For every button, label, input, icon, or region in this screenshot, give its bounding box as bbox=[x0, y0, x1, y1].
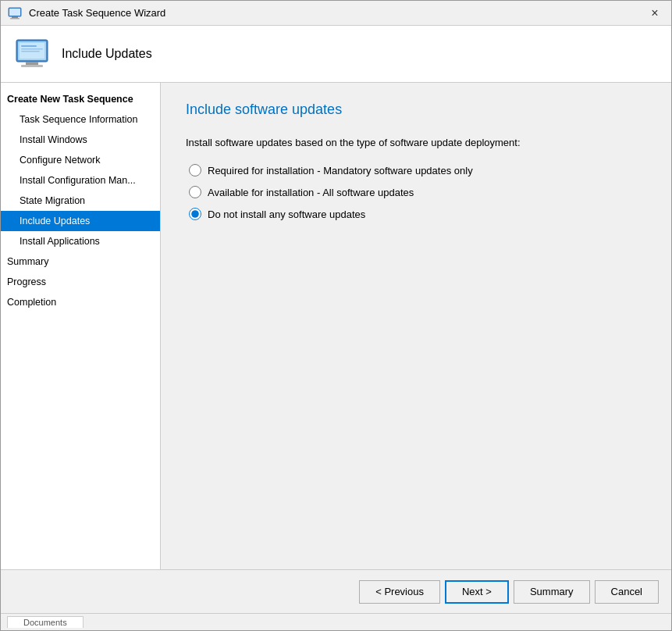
update-options-group: Required for installation - Mandatory so… bbox=[189, 164, 646, 220]
content-area: Create New Task SequenceTask Sequence In… bbox=[1, 83, 671, 569]
previous-button[interactable]: < Previous bbox=[359, 580, 440, 604]
radio-label-none: Do not install any software updates bbox=[208, 209, 365, 220]
radio-option-available[interactable]: Available for installation - All softwar… bbox=[189, 186, 646, 198]
titlebar-icon bbox=[7, 5, 23, 21]
sidebar-item-summary[interactable]: Summary bbox=[1, 251, 160, 272]
close-button[interactable]: × bbox=[645, 3, 665, 23]
header-computer-icon bbox=[13, 35, 51, 73]
radio-label-available: Available for installation - All softwar… bbox=[208, 187, 414, 198]
sidebar-item-install-windows[interactable]: Install Windows bbox=[1, 130, 160, 150]
summary-button[interactable]: Summary bbox=[514, 580, 590, 604]
svg-rect-2 bbox=[10, 18, 20, 20]
bottom-bar: Documents bbox=[1, 613, 671, 630]
sidebar-item-configure-network[interactable]: Configure Network bbox=[1, 150, 160, 170]
titlebar: Create Task Sequence Wizard × bbox=[1, 1, 671, 26]
svg-rect-9 bbox=[21, 45, 37, 47]
sidebar-item-create-new[interactable]: Create New Task Sequence bbox=[1, 89, 160, 109]
svg-rect-1 bbox=[12, 16, 18, 18]
wizard-header: Include Updates bbox=[1, 26, 671, 83]
sidebar-item-completion[interactable]: Completion bbox=[1, 292, 160, 312]
radio-input-none[interactable] bbox=[189, 208, 201, 220]
wizard-window: Create Task Sequence Wizard × Include Up… bbox=[0, 0, 672, 631]
radio-label-required: Required for installation - Mandatory so… bbox=[208, 165, 473, 176]
page-title: Include software updates bbox=[186, 102, 646, 118]
radio-input-required[interactable] bbox=[189, 164, 201, 176]
next-button[interactable]: Next > bbox=[445, 580, 509, 604]
header-title: Include Updates bbox=[62, 47, 152, 61]
titlebar-title: Create Task Sequence Wizard bbox=[29, 7, 645, 19]
sidebar-item-install-applications[interactable]: Install Applications bbox=[1, 231, 160, 251]
sidebar-item-install-config-mgr[interactable]: Install Configuration Man... bbox=[1, 170, 160, 191]
radio-option-required[interactable]: Required for installation - Mandatory so… bbox=[189, 164, 646, 176]
svg-rect-6 bbox=[26, 62, 38, 65]
sidebar-item-state-migration[interactable]: State Migration bbox=[1, 191, 160, 211]
cancel-button[interactable]: Cancel bbox=[595, 580, 659, 604]
sidebar-item-include-updates[interactable]: Include Updates bbox=[1, 211, 160, 231]
svg-rect-7 bbox=[21, 65, 43, 67]
bottom-tab[interactable]: Documents bbox=[7, 616, 84, 628]
radio-option-none[interactable]: Do not install any software updates bbox=[189, 208, 646, 220]
sidebar: Create New Task SequenceTask Sequence In… bbox=[1, 83, 161, 569]
svg-rect-11 bbox=[21, 51, 40, 52]
sidebar-item-task-sequence-info[interactable]: Task Sequence Information bbox=[1, 109, 160, 130]
description-text: Install software updates based on the ty… bbox=[186, 137, 646, 148]
footer: < Previous Next > Summary Cancel bbox=[1, 569, 671, 613]
main-panel: Include software updates Install softwar… bbox=[161, 83, 671, 569]
radio-input-available[interactable] bbox=[189, 186, 201, 198]
svg-rect-3 bbox=[9, 9, 20, 16]
sidebar-item-progress[interactable]: Progress bbox=[1, 272, 160, 292]
svg-rect-10 bbox=[21, 48, 43, 50]
